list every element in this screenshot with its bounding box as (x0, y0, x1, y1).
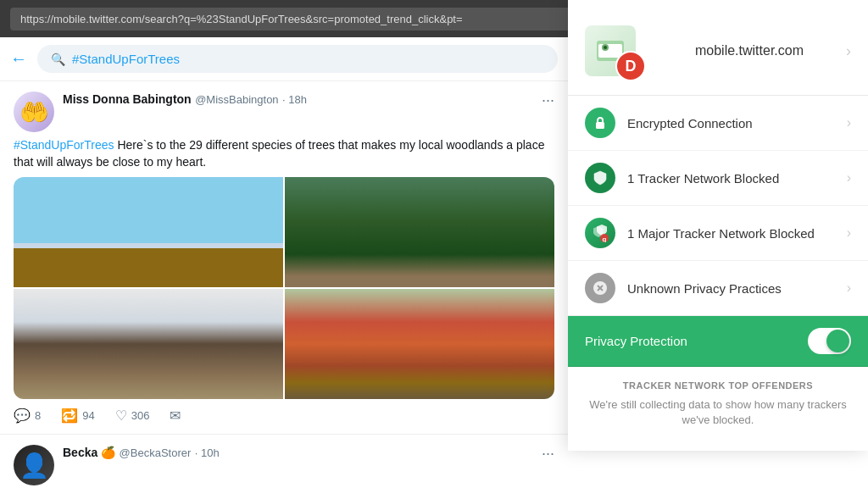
duckduckgo-logo: D (585, 20, 646, 81)
tweet-1-header: 🤲 Miss Donna Babington @MissBabington · … (14, 92, 554, 132)
shield-multi-icon: g (585, 218, 615, 248)
privacy-items-list: Encrypted Connection › 1 Tracker Network… (568, 96, 868, 316)
tweet-1-images (14, 177, 554, 399)
encrypted-connection-label: Encrypted Connection (627, 116, 847, 130)
tweet-1-more[interactable]: ··· (542, 92, 554, 109)
unknown-privacy-label: Unknown Privacy Practices (627, 281, 847, 296)
major-tracker-item[interactable]: g 1 Major Tracker Network Blocked › (568, 206, 868, 261)
tweet-2: 👤 Becka 🍊 @BeckaStorer · 10h ··· Not onl… (0, 435, 568, 488)
ddg-d-badge: D (615, 51, 646, 81)
retweet-count: 94 (82, 409, 94, 422)
tweet-1-actions: 💬 8 🔁 94 ♡ 306 ✉ (14, 408, 554, 424)
tree-image-autumn-red[interactable] (285, 289, 554, 399)
unknown-privacy-item[interactable]: Unknown Privacy Practices › (568, 261, 868, 316)
tracker-section-title: TRACKER NETWORK TOP OFFENDERS (585, 380, 851, 391)
popup-chevron-right[interactable]: › (846, 42, 851, 60)
popup-header: D mobile.twitter.com › (568, 0, 868, 96)
search-box[interactable]: 🔍 #StandUpForTrees (37, 45, 558, 73)
tree-image-autumn-tall[interactable] (14, 289, 283, 399)
unknown-privacy-chevron: › (847, 280, 851, 296)
tweet-1-handle: @MissBabington (195, 93, 278, 106)
comment-icon: 💬 (14, 408, 31, 424)
nav-bar: ← 🔍 #StandUpForTrees (0, 37, 568, 81)
tracker-network-chevron: › (847, 170, 851, 186)
tweet-1: 🤲 Miss Donna Babington @MissBabington · … (0, 81, 568, 435)
shield-multi-svg: g (591, 224, 609, 242)
avatar-becka: 👤 (14, 445, 54, 485)
share-button[interactable]: ✉ (170, 408, 181, 424)
tree-image-forest[interactable] (285, 177, 554, 287)
tweet-2-author: Becka 🍊 (63, 446, 115, 459)
retweet-icon: 🔁 (61, 408, 78, 424)
tweet-2-time: · 10h (195, 446, 220, 459)
x-circle-icon (585, 273, 615, 303)
shield-svg (592, 169, 609, 186)
retweet-button[interactable]: 🔁 94 (61, 408, 94, 424)
share-icon: ✉ (170, 408, 181, 424)
lock-icon (585, 108, 615, 138)
like-button[interactable]: ♡ 306 (115, 408, 150, 424)
tweet-2-header: 👤 Becka 🍊 @BeckaStorer · 10h ··· (14, 445, 554, 485)
tweet-2-more[interactable]: ··· (542, 445, 554, 463)
tweet-1-author: Miss Donna Babington (63, 92, 192, 106)
privacy-protection-toggle[interactable] (808, 328, 851, 354)
tweet-1-hashtag[interactable]: #StandUpForTrees (14, 138, 114, 152)
content-area: ← 🔍 #StandUpForTrees 🤲 Miss Donna Babing… (0, 37, 868, 488)
tweet-1-text: #StandUpForTrees Here`s to the 29 differ… (14, 137, 554, 170)
tweet-1-meta: Miss Donna Babington @MissBabington · 18… (63, 92, 542, 107)
comment-count: 8 (35, 409, 41, 422)
svg-point-3 (604, 46, 607, 49)
tweet-1-time: · 18h (282, 93, 307, 106)
tracker-network-label: 1 Tracker Network Blocked (627, 171, 847, 186)
twitter-feed: ← 🔍 #StandUpForTrees 🤲 Miss Donna Babing… (0, 37, 568, 488)
encrypted-connection-chevron: › (847, 115, 851, 130)
comment-button[interactable]: 💬 8 (14, 408, 41, 424)
avatar-donna: 🤲 (14, 92, 54, 132)
svg-rect-4 (596, 122, 604, 129)
major-tracker-label: 1 Major Tracker Network Blocked (627, 226, 847, 241)
tweet-2-handle: @BeckaStorer (120, 446, 192, 459)
shield-icon (585, 163, 615, 193)
tracker-network-item[interactable]: 1 Tracker Network Blocked › (568, 151, 868, 206)
like-icon: ♡ (115, 408, 127, 424)
privacy-protection-row[interactable]: Privacy Protection (568, 316, 868, 367)
search-icon: 🔍 (51, 53, 65, 66)
tree-image-winter[interactable] (14, 177, 283, 287)
search-input[interactable]: #StandUpForTrees (72, 52, 180, 66)
tracker-bottom-section: TRACKER NETWORK TOP OFFENDERS We're stil… (568, 367, 868, 441)
toggle-knob (826, 330, 849, 352)
encrypted-connection-item[interactable]: Encrypted Connection › (568, 96, 868, 151)
major-tracker-chevron: › (847, 225, 851, 241)
svg-text:g: g (603, 236, 607, 243)
tracker-section-description: We're still collecting data to show how … (585, 397, 851, 428)
privacy-protection-label: Privacy Protection (585, 334, 808, 348)
privacy-popup: D mobile.twitter.com › Encrypted Connect… (568, 0, 868, 451)
tweet-2-meta: Becka 🍊 @BeckaStorer · 10h (63, 445, 542, 460)
x-circle-svg (592, 280, 609, 297)
popup-domain: mobile.twitter.com (653, 43, 846, 58)
lock-svg (592, 114, 609, 131)
like-count: 306 (131, 409, 150, 422)
back-button[interactable]: ← (10, 49, 27, 69)
